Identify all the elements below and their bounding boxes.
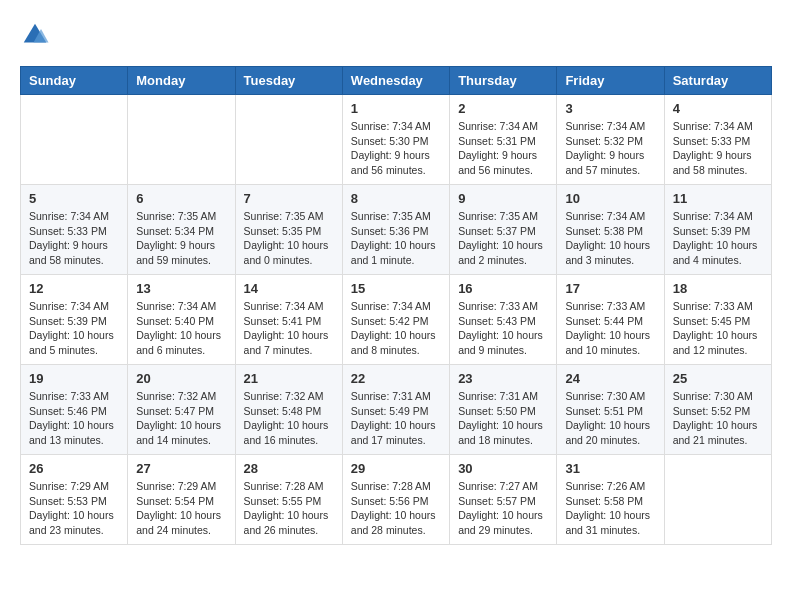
- day-info: Sunrise: 7:35 AM Sunset: 5:36 PM Dayligh…: [351, 209, 441, 268]
- weekday-header-wednesday: Wednesday: [342, 67, 449, 95]
- day-number: 20: [136, 371, 226, 386]
- calendar-week-1: 1Sunrise: 7:34 AM Sunset: 5:30 PM Daylig…: [21, 95, 772, 185]
- day-number: 4: [673, 101, 763, 116]
- day-number: 8: [351, 191, 441, 206]
- calendar-cell: 28Sunrise: 7:28 AM Sunset: 5:55 PM Dayli…: [235, 455, 342, 545]
- day-info: Sunrise: 7:26 AM Sunset: 5:58 PM Dayligh…: [565, 479, 655, 538]
- weekday-header-sunday: Sunday: [21, 67, 128, 95]
- day-number: 17: [565, 281, 655, 296]
- calendar-cell: [128, 95, 235, 185]
- calendar-cell: 27Sunrise: 7:29 AM Sunset: 5:54 PM Dayli…: [128, 455, 235, 545]
- calendar-cell: 20Sunrise: 7:32 AM Sunset: 5:47 PM Dayli…: [128, 365, 235, 455]
- calendar-week-4: 19Sunrise: 7:33 AM Sunset: 5:46 PM Dayli…: [21, 365, 772, 455]
- weekday-header-thursday: Thursday: [450, 67, 557, 95]
- day-info: Sunrise: 7:30 AM Sunset: 5:51 PM Dayligh…: [565, 389, 655, 448]
- day-info: Sunrise: 7:32 AM Sunset: 5:48 PM Dayligh…: [244, 389, 334, 448]
- calendar-cell: 29Sunrise: 7:28 AM Sunset: 5:56 PM Dayli…: [342, 455, 449, 545]
- day-info: Sunrise: 7:34 AM Sunset: 5:33 PM Dayligh…: [29, 209, 119, 268]
- day-info: Sunrise: 7:35 AM Sunset: 5:35 PM Dayligh…: [244, 209, 334, 268]
- day-number: 27: [136, 461, 226, 476]
- day-number: 14: [244, 281, 334, 296]
- calendar-week-2: 5Sunrise: 7:34 AM Sunset: 5:33 PM Daylig…: [21, 185, 772, 275]
- logo-icon: [20, 20, 50, 50]
- calendar-cell: 7Sunrise: 7:35 AM Sunset: 5:35 PM Daylig…: [235, 185, 342, 275]
- day-number: 19: [29, 371, 119, 386]
- day-number: 10: [565, 191, 655, 206]
- day-info: Sunrise: 7:34 AM Sunset: 5:38 PM Dayligh…: [565, 209, 655, 268]
- day-info: Sunrise: 7:28 AM Sunset: 5:56 PM Dayligh…: [351, 479, 441, 538]
- calendar-cell: 3Sunrise: 7:34 AM Sunset: 5:32 PM Daylig…: [557, 95, 664, 185]
- day-info: Sunrise: 7:33 AM Sunset: 5:43 PM Dayligh…: [458, 299, 548, 358]
- day-info: Sunrise: 7:34 AM Sunset: 5:33 PM Dayligh…: [673, 119, 763, 178]
- day-info: Sunrise: 7:34 AM Sunset: 5:32 PM Dayligh…: [565, 119, 655, 178]
- calendar-cell: 1Sunrise: 7:34 AM Sunset: 5:30 PM Daylig…: [342, 95, 449, 185]
- calendar-cell: 18Sunrise: 7:33 AM Sunset: 5:45 PM Dayli…: [664, 275, 771, 365]
- day-info: Sunrise: 7:34 AM Sunset: 5:39 PM Dayligh…: [29, 299, 119, 358]
- day-info: Sunrise: 7:28 AM Sunset: 5:55 PM Dayligh…: [244, 479, 334, 538]
- day-info: Sunrise: 7:33 AM Sunset: 5:45 PM Dayligh…: [673, 299, 763, 358]
- page-header: [20, 20, 772, 50]
- calendar-cell: [235, 95, 342, 185]
- calendar-cell: 25Sunrise: 7:30 AM Sunset: 5:52 PM Dayli…: [664, 365, 771, 455]
- day-number: 12: [29, 281, 119, 296]
- weekday-header-row: SundayMondayTuesdayWednesdayThursdayFrid…: [21, 67, 772, 95]
- day-number: 3: [565, 101, 655, 116]
- day-info: Sunrise: 7:33 AM Sunset: 5:44 PM Dayligh…: [565, 299, 655, 358]
- day-number: 18: [673, 281, 763, 296]
- day-info: Sunrise: 7:35 AM Sunset: 5:37 PM Dayligh…: [458, 209, 548, 268]
- calendar-table: SundayMondayTuesdayWednesdayThursdayFrid…: [20, 66, 772, 545]
- day-number: 11: [673, 191, 763, 206]
- calendar-cell: 9Sunrise: 7:35 AM Sunset: 5:37 PM Daylig…: [450, 185, 557, 275]
- day-info: Sunrise: 7:34 AM Sunset: 5:42 PM Dayligh…: [351, 299, 441, 358]
- weekday-header-friday: Friday: [557, 67, 664, 95]
- calendar-body: 1Sunrise: 7:34 AM Sunset: 5:30 PM Daylig…: [21, 95, 772, 545]
- day-number: 7: [244, 191, 334, 206]
- day-number: 23: [458, 371, 548, 386]
- day-number: 1: [351, 101, 441, 116]
- weekday-header-saturday: Saturday: [664, 67, 771, 95]
- calendar-cell: 24Sunrise: 7:30 AM Sunset: 5:51 PM Dayli…: [557, 365, 664, 455]
- day-number: 28: [244, 461, 334, 476]
- day-info: Sunrise: 7:34 AM Sunset: 5:31 PM Dayligh…: [458, 119, 548, 178]
- calendar-cell: 10Sunrise: 7:34 AM Sunset: 5:38 PM Dayli…: [557, 185, 664, 275]
- day-info: Sunrise: 7:27 AM Sunset: 5:57 PM Dayligh…: [458, 479, 548, 538]
- day-info: Sunrise: 7:35 AM Sunset: 5:34 PM Dayligh…: [136, 209, 226, 268]
- day-info: Sunrise: 7:30 AM Sunset: 5:52 PM Dayligh…: [673, 389, 763, 448]
- weekday-header-monday: Monday: [128, 67, 235, 95]
- day-info: Sunrise: 7:31 AM Sunset: 5:50 PM Dayligh…: [458, 389, 548, 448]
- day-number: 24: [565, 371, 655, 386]
- calendar-cell: 8Sunrise: 7:35 AM Sunset: 5:36 PM Daylig…: [342, 185, 449, 275]
- day-number: 31: [565, 461, 655, 476]
- calendar-cell: 2Sunrise: 7:34 AM Sunset: 5:31 PM Daylig…: [450, 95, 557, 185]
- calendar-cell: 19Sunrise: 7:33 AM Sunset: 5:46 PM Dayli…: [21, 365, 128, 455]
- calendar-cell: 5Sunrise: 7:34 AM Sunset: 5:33 PM Daylig…: [21, 185, 128, 275]
- calendar-cell: 26Sunrise: 7:29 AM Sunset: 5:53 PM Dayli…: [21, 455, 128, 545]
- day-info: Sunrise: 7:31 AM Sunset: 5:49 PM Dayligh…: [351, 389, 441, 448]
- calendar-cell: 21Sunrise: 7:32 AM Sunset: 5:48 PM Dayli…: [235, 365, 342, 455]
- calendar-cell: 4Sunrise: 7:34 AM Sunset: 5:33 PM Daylig…: [664, 95, 771, 185]
- day-number: 22: [351, 371, 441, 386]
- calendar-cell: 31Sunrise: 7:26 AM Sunset: 5:58 PM Dayli…: [557, 455, 664, 545]
- day-info: Sunrise: 7:34 AM Sunset: 5:39 PM Dayligh…: [673, 209, 763, 268]
- day-info: Sunrise: 7:34 AM Sunset: 5:40 PM Dayligh…: [136, 299, 226, 358]
- calendar-cell: 11Sunrise: 7:34 AM Sunset: 5:39 PM Dayli…: [664, 185, 771, 275]
- day-number: 9: [458, 191, 548, 206]
- day-info: Sunrise: 7:32 AM Sunset: 5:47 PM Dayligh…: [136, 389, 226, 448]
- calendar-cell: 16Sunrise: 7:33 AM Sunset: 5:43 PM Dayli…: [450, 275, 557, 365]
- calendar-week-3: 12Sunrise: 7:34 AM Sunset: 5:39 PM Dayli…: [21, 275, 772, 365]
- day-number: 25: [673, 371, 763, 386]
- day-info: Sunrise: 7:29 AM Sunset: 5:53 PM Dayligh…: [29, 479, 119, 538]
- logo: [20, 20, 54, 50]
- calendar-week-5: 26Sunrise: 7:29 AM Sunset: 5:53 PM Dayli…: [21, 455, 772, 545]
- day-number: 5: [29, 191, 119, 206]
- calendar-cell: [21, 95, 128, 185]
- day-number: 29: [351, 461, 441, 476]
- calendar-cell: 17Sunrise: 7:33 AM Sunset: 5:44 PM Dayli…: [557, 275, 664, 365]
- day-number: 6: [136, 191, 226, 206]
- day-info: Sunrise: 7:34 AM Sunset: 5:30 PM Dayligh…: [351, 119, 441, 178]
- calendar-cell: 6Sunrise: 7:35 AM Sunset: 5:34 PM Daylig…: [128, 185, 235, 275]
- calendar-cell: [664, 455, 771, 545]
- calendar-cell: 30Sunrise: 7:27 AM Sunset: 5:57 PM Dayli…: [450, 455, 557, 545]
- day-number: 13: [136, 281, 226, 296]
- day-info: Sunrise: 7:34 AM Sunset: 5:41 PM Dayligh…: [244, 299, 334, 358]
